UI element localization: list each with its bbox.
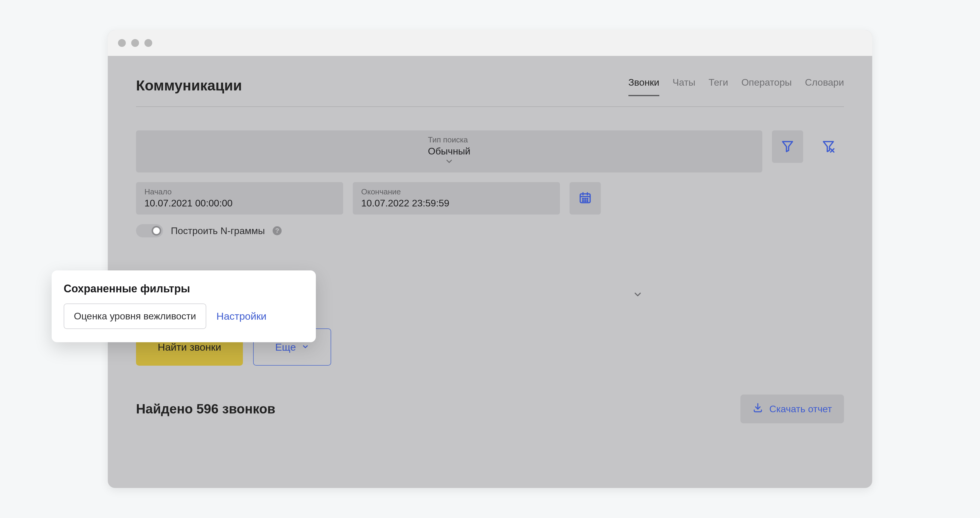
chevron-down-icon (633, 289, 643, 301)
window-titlebar (108, 30, 872, 56)
saved-filters-title: Сохраненные фильтры (64, 282, 304, 295)
saved-filters-body: Оценка уровня вежливости Настройки (64, 303, 304, 329)
saved-filter-chip[interactable]: Оценка уровня вежливости (64, 303, 206, 329)
tab-operators[interactable]: Операторы (741, 76, 792, 95)
date-start-label: Начало (145, 187, 335, 196)
download-icon (752, 402, 763, 416)
filter-button[interactable] (772, 131, 803, 163)
svg-point-8 (582, 198, 583, 199)
browser-window: Коммуникации Звонки Чаты Теги Операторы … (108, 30, 872, 488)
svg-point-10 (587, 198, 588, 199)
traffic-light-minimize[interactable] (131, 39, 139, 47)
ngram-toggle[interactable] (136, 224, 163, 237)
more-label: Еще (275, 341, 296, 353)
search-type-row: Тип поиска Обычный (136, 131, 844, 172)
filter-clear-icon (822, 139, 835, 154)
page-title: Коммуникации (136, 77, 242, 94)
results-count: Найдено 596 звонков (136, 402, 275, 416)
date-end-value: 10.07.2022 23:59:59 (361, 198, 552, 209)
date-start-field[interactable]: Начало 10.07.2021 00:00:00 (136, 182, 343, 215)
svg-point-9 (585, 198, 586, 199)
date-end-label: Окончание (361, 187, 552, 196)
toggle-knob (152, 226, 161, 236)
date-start-value: 10.07.2021 00:00:00 (145, 198, 335, 209)
traffic-light-close[interactable] (118, 39, 126, 47)
search-calls-label: Найти звонки (158, 341, 221, 353)
svg-marker-0 (783, 142, 793, 151)
download-report-button[interactable]: Скачать отчет (740, 395, 844, 423)
calendar-button[interactable] (570, 182, 601, 215)
calendar-icon (579, 191, 592, 206)
ngram-row: Построить N-граммы ? (136, 224, 844, 237)
svg-point-13 (587, 201, 588, 202)
saved-filters-settings-link[interactable]: Настройки (216, 310, 267, 322)
chevron-down-icon (301, 341, 309, 353)
header-tabs: Звонки Чаты Теги Операторы Словари (628, 76, 844, 95)
page-header: Коммуникации Звонки Чаты Теги Операторы … (136, 76, 844, 107)
svg-point-11 (582, 201, 583, 202)
tab-calls[interactable]: Звонки (628, 76, 659, 96)
search-type-label: Тип поиска (428, 135, 470, 145)
saved-filters-popover: Сохраненные фильтры Оценка уровня вежлив… (52, 270, 316, 342)
tab-chats[interactable]: Чаты (673, 76, 695, 95)
svg-point-12 (585, 201, 586, 202)
chevron-down-icon (445, 157, 454, 167)
search-type-select[interactable]: Тип поиска Обычный (136, 131, 762, 172)
ngram-label: Построить N-граммы (171, 225, 265, 236)
tab-tags[interactable]: Теги (709, 76, 728, 95)
clear-filter-button[interactable] (813, 131, 844, 163)
filter-icon (781, 139, 794, 154)
date-end-field[interactable]: Окончание 10.07.2022 23:59:59 (353, 182, 560, 215)
search-type-value: Обычный (428, 146, 470, 157)
results-footer: Найдено 596 звонков Скачать отчет (136, 395, 844, 423)
help-icon[interactable]: ? (273, 226, 282, 235)
tab-dictionaries[interactable]: Словари (805, 76, 844, 95)
traffic-light-zoom[interactable] (145, 39, 152, 47)
download-label: Скачать отчет (769, 403, 832, 414)
date-range-row: Начало 10.07.2021 00:00:00 Окончание 10.… (136, 182, 844, 215)
stage: Коммуникации Звонки Чаты Теги Операторы … (0, 0, 980, 518)
